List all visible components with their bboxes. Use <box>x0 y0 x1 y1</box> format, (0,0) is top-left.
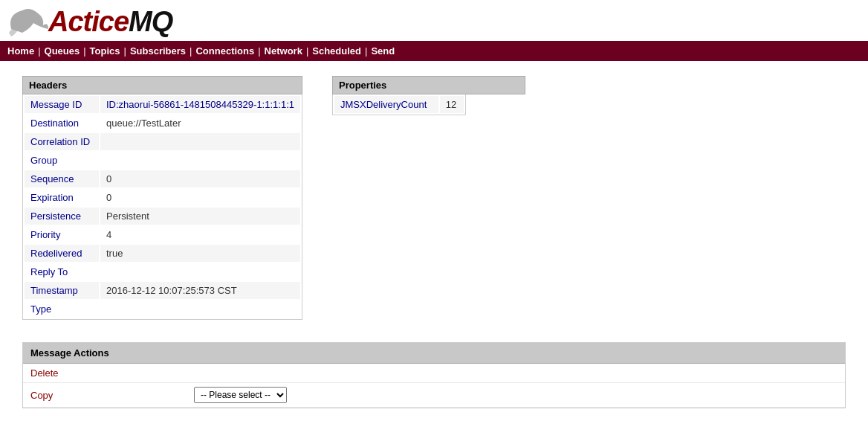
navbar: Home | Queues | Topics | Subscribers | C… <box>0 41 868 61</box>
headers-row: Sequence0 <box>25 170 300 187</box>
nav-send[interactable]: Send <box>371 45 395 57</box>
nav-sep-5: | <box>258 45 260 57</box>
nav-home[interactable]: Home <box>7 45 34 57</box>
header-field-label: Reply To <box>25 263 99 280</box>
headers-row: Expiration0 <box>25 189 300 206</box>
headers-title-bar: Headers <box>22 76 302 94</box>
nav-topics[interactable]: Topics <box>90 45 120 57</box>
header-field-label: Sequence <box>25 170 99 187</box>
nav-scheduled[interactable]: Scheduled <box>312 45 361 57</box>
header-field-label: Timestamp <box>25 282 99 299</box>
header-field-value <box>100 301 300 318</box>
nav-sep-1: | <box>38 45 40 57</box>
logo: ActiceMQ <box>7 6 172 38</box>
nav-queues[interactable]: Queues <box>45 45 80 57</box>
header-field-label: Message ID <box>25 96 99 113</box>
properties-title-bar: Properties <box>332 76 525 94</box>
properties-section: Properties JMSXDeliveryCount12 <box>332 76 525 115</box>
headers-row: Redeliveredtrue <box>25 245 300 262</box>
headers-table: Message IDID:zhaorui-56861-1481508445329… <box>22 94 302 320</box>
property-field-label: JMSXDeliveryCount <box>334 96 438 113</box>
nav-sep-6: | <box>306 45 308 57</box>
headers-section: Headers Message IDID:zhaorui-56861-14815… <box>22 76 302 320</box>
header-field-value: queue://TestLater <box>100 115 300 132</box>
header-field-value: 0 <box>100 189 300 206</box>
header-field-label: Persistence <box>25 208 99 225</box>
header-field-value <box>100 152 300 169</box>
headers-row: Priority4 <box>25 226 300 243</box>
header-field-label: Expiration <box>25 189 99 206</box>
properties-table: JMSXDeliveryCount12 <box>332 94 466 115</box>
header-field-value: 2016-12-12 10:07:25:573 CST <box>100 282 300 299</box>
nav-subscribers[interactable]: Subscribers <box>130 45 186 57</box>
header-field-label: Type <box>25 301 99 318</box>
headers-row: Reply To <box>25 263 300 280</box>
copy-link[interactable]: Copy <box>30 390 194 401</box>
header-field-value: 4 <box>100 226 300 243</box>
headers-row: Message IDID:zhaorui-56861-1481508445329… <box>25 96 300 113</box>
delete-link[interactable]: Delete <box>30 367 59 379</box>
nav-sep-2: | <box>83 45 85 57</box>
headers-row: Type <box>25 301 300 318</box>
headers-row: Correlation ID <box>25 133 300 150</box>
header-field-value: true <box>100 245 300 262</box>
properties-row: JMSXDeliveryCount12 <box>334 96 464 113</box>
nav-sep-4: | <box>190 45 192 57</box>
header-field-label: Priority <box>25 226 99 243</box>
logo-text: ActiceMQ <box>48 6 172 38</box>
content-row: Headers Message IDID:zhaorui-56861-14815… <box>22 76 846 320</box>
main-content: Headers Message IDID:zhaorui-56861-14815… <box>0 61 868 421</box>
nav-connections[interactable]: Connections <box>195 45 254 57</box>
delete-action-row: Delete <box>23 364 845 383</box>
header: ActiceMQ <box>0 0 868 41</box>
headers-row: Timestamp2016-12-12 10:07:25:573 CST <box>25 282 300 299</box>
nav-sep-3: | <box>124 45 126 57</box>
nav-network[interactable]: Network <box>265 45 302 57</box>
message-actions-title: Message Actions <box>23 343 845 364</box>
header-field-value <box>100 133 300 150</box>
header-field-label: Destination <box>25 115 99 132</box>
headers-row: PersistencePersistent <box>25 208 300 225</box>
header-field-value: 0 <box>100 170 300 187</box>
logo-bird-icon <box>7 7 48 38</box>
headers-row: Destinationqueue://TestLater <box>25 115 300 132</box>
header-field-label: Correlation ID <box>25 133 99 150</box>
copy-action-row: Copy -- Please select -- <box>23 383 845 408</box>
copy-destination-select[interactable]: -- Please select -- <box>194 387 287 403</box>
nav-sep-7: | <box>365 45 367 57</box>
header-field-value[interactable]: ID:zhaorui-56861-1481508445329-1:1:1:1:1 <box>100 96 300 113</box>
header-field-label: Group <box>25 152 99 169</box>
headers-row: Group <box>25 152 300 169</box>
header-field-label: Redelivered <box>25 245 99 262</box>
header-field-value <box>100 263 300 280</box>
message-actions-section: Message Actions Delete Copy -- Please se… <box>22 342 846 408</box>
header-field-value: Persistent <box>100 208 300 225</box>
property-field-value: 12 <box>440 96 464 113</box>
